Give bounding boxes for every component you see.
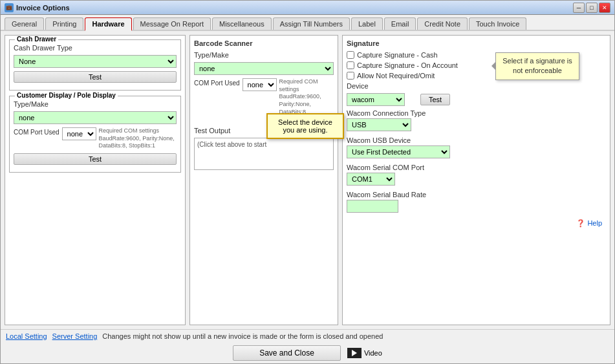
cash-drawer-title: Cash Drawer xyxy=(15,36,58,43)
tab-printing[interactable]: Printing xyxy=(45,17,83,30)
barcode-type-label-row: Type/Make xyxy=(194,51,334,59)
wacom-section: Wacom Connection Type USB Wacom USB Devi… xyxy=(347,109,606,213)
tab-label[interactable]: Label xyxy=(351,17,383,30)
panels-row: Cash Drawer Cash Drawer Type None Test xyxy=(5,35,610,325)
invoice-options-window: 💼 Invoice Options ─ □ ✕ General Printing… xyxy=(0,0,615,364)
device-select-row: wacom Test xyxy=(347,93,606,106)
signature-tooltip: Select if a signature is not enforceable xyxy=(495,52,579,80)
tab-bar: General Printing Hardware Message On Rep… xyxy=(1,15,614,31)
wacom-usb-label: Wacom USB Device xyxy=(347,136,606,144)
tab-miscellaneous[interactable]: Miscellaneous xyxy=(212,17,272,30)
barcode-type-select[interactable]: none xyxy=(194,62,334,75)
signature-title: Signature xyxy=(347,39,606,47)
bottom-bar: Local Setting Server Setting Changes mig… xyxy=(1,329,614,343)
wacom-baud-label: Wacom Serial Baud Rate xyxy=(347,191,606,198)
customer-com-label: COM Port Used xyxy=(14,129,59,136)
capture-cash-checkbox[interactable] xyxy=(347,51,354,59)
barcode-com-label: COM Port Used xyxy=(194,80,240,87)
wacom-serial-com-label: Wacom Serial COM Port xyxy=(347,164,606,171)
wacom-baud-field: Wacom Serial Baud Rate 128000 xyxy=(347,191,606,213)
customer-type-label-row: Type/Make xyxy=(14,100,177,108)
window-icon: 💼 xyxy=(5,3,14,12)
allow-not-required-row: Allow Not Required/Omit Select if a sign… xyxy=(347,72,606,80)
customer-test-button[interactable]: Test xyxy=(14,153,177,165)
cash-drawer-type-select[interactable]: None xyxy=(14,55,177,68)
window-controls: ─ □ ✕ xyxy=(573,3,610,13)
tab-assign-till-numbers[interactable]: Assign Till Numbers xyxy=(273,17,350,30)
cash-drawer-test-button[interactable]: Test xyxy=(14,71,177,83)
cash-drawer-test-row: Test xyxy=(14,71,177,83)
allow-not-required-label: Allow Not Required/Omit xyxy=(357,72,435,80)
tab-message-on-report[interactable]: Message On Report xyxy=(133,17,211,30)
cash-drawer-type-row: Cash Drawer Type xyxy=(14,44,177,52)
capture-cash-label: Capture Signature - Cash xyxy=(357,51,438,59)
cash-drawer-type-label: Cash Drawer Type xyxy=(14,44,72,52)
wacom-connection-select[interactable]: USB xyxy=(347,118,411,131)
video-label: Video xyxy=(364,349,382,357)
cash-drawer-select-row: None xyxy=(14,55,177,68)
wacom-usb-select[interactable]: Use First Detected xyxy=(347,145,450,158)
tab-credit-note[interactable]: Credit Note xyxy=(417,17,468,30)
left-panel: Cash Drawer Cash Drawer Type None Test xyxy=(5,35,186,325)
customer-com-row: COM Port Used none Required COM settings… xyxy=(14,127,177,150)
video-button[interactable]: Video xyxy=(347,348,382,358)
bottom-message: Changes might not show up until a new in… xyxy=(102,332,609,340)
tab-touch-invoice[interactable]: Touch Invoice xyxy=(469,17,526,30)
close-button[interactable]: ✕ xyxy=(599,3,610,13)
tab-email[interactable]: Email xyxy=(384,17,416,30)
barcode-scanner-panel: Barcode Scanner Type/Make none COM Port … xyxy=(189,35,338,325)
barcode-test-output-label: Test Output xyxy=(194,127,230,134)
cash-drawer-group: Cash Drawer Cash Drawer Type None Test xyxy=(9,39,181,91)
wacom-serial-com-field: Wacom Serial COM Port COM1 xyxy=(347,164,606,186)
device-select[interactable]: wacom xyxy=(347,93,405,106)
server-setting-link[interactable]: Server Setting xyxy=(52,332,98,340)
maximize-button[interactable]: □ xyxy=(586,3,598,13)
customer-com-select[interactable]: none xyxy=(62,127,96,140)
device-tooltip: Select the device you are using. xyxy=(266,113,344,139)
customer-display-group: Customer Display / Pole Display Type/Mak… xyxy=(9,96,181,173)
customer-display-title: Customer Display / Pole Display xyxy=(15,92,118,99)
help-button[interactable]: ❓ Help xyxy=(576,219,602,228)
tab-general[interactable]: General xyxy=(5,17,44,30)
device-tooltip-text: Select the device you are using. xyxy=(278,118,332,134)
wacom-usb-field: Wacom USB Device Use First Detected xyxy=(347,136,606,158)
minimize-button[interactable]: ─ xyxy=(573,3,585,13)
capture-account-checkbox[interactable] xyxy=(347,61,354,69)
wacom-connection-label: Wacom Connection Type xyxy=(347,109,606,117)
title-bar: 💼 Invoice Options ─ □ ✕ xyxy=(1,1,614,15)
device-label-row: Device xyxy=(347,82,606,90)
help-area: ❓ Help xyxy=(347,218,606,229)
device-label: Device xyxy=(347,82,369,90)
content-area: Cash Drawer Cash Drawer Type None Test xyxy=(1,31,614,329)
customer-type-select[interactable]: none xyxy=(14,111,177,124)
signature-tooltip-text: Select if a signature is not enforceable xyxy=(502,57,572,74)
barcode-type-select-row: none xyxy=(194,62,334,75)
tab-hardware[interactable]: Hardware xyxy=(85,17,131,31)
local-setting-link[interactable]: Local Setting xyxy=(6,332,47,340)
video-icon xyxy=(347,348,361,358)
customer-type-select-row: none xyxy=(14,111,177,124)
wacom-baud-input[interactable]: 128000 xyxy=(347,200,398,213)
signature-panel: Signature Capture Signature - Cash Captu… xyxy=(342,35,610,325)
customer-required-com: Required COM settings BaudRate:9600, Par… xyxy=(99,127,177,150)
signature-test-button[interactable]: Test xyxy=(420,94,450,105)
customer-test-row: Test xyxy=(14,153,177,165)
barcode-com-select[interactable]: none xyxy=(243,78,277,91)
barcode-test-output: (Click test above to start xyxy=(194,138,334,170)
bottom-actions: Save and Close Video xyxy=(1,343,614,363)
barcode-type-make-label: Type/Make xyxy=(194,51,229,59)
barcode-title: Barcode Scanner xyxy=(194,39,334,47)
save-close-button[interactable]: Save and Close xyxy=(233,345,341,361)
window-title: Invoice Options xyxy=(16,4,573,12)
customer-type-make-label: Type/Make xyxy=(14,100,49,108)
wacom-serial-com-select[interactable]: COM1 xyxy=(347,173,395,186)
allow-not-required-checkbox[interactable] xyxy=(347,72,354,80)
wacom-connection-field: Wacom Connection Type USB xyxy=(347,109,606,131)
capture-account-label: Capture Signature - On Account xyxy=(357,61,458,69)
